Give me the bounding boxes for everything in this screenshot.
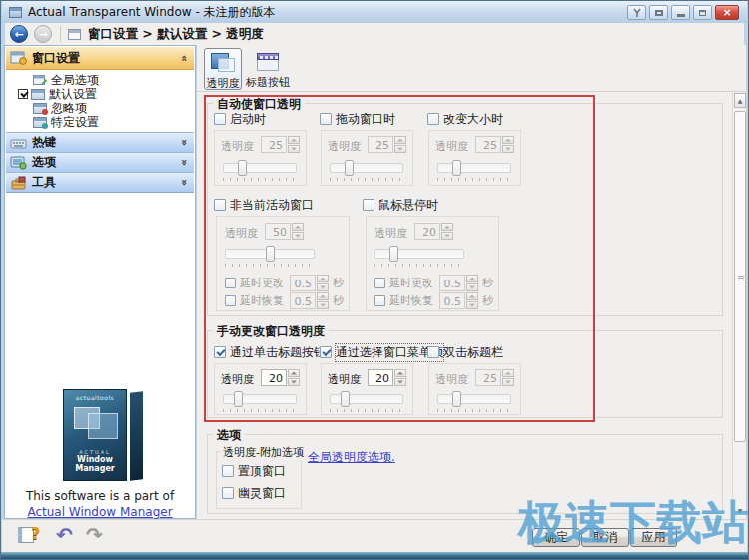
spinner-value[interactable]: 0.5 — [290, 292, 316, 309]
back-button[interactable]: ← — [10, 25, 28, 43]
spinner-down-icon[interactable] — [441, 232, 453, 240]
checkbox[interactable] — [214, 113, 226, 125]
spinner-value[interactable]: 25 — [261, 136, 287, 153]
checkbox[interactable] — [427, 113, 439, 125]
delay-restore-row[interactable]: 延时恢复 0.5 秒 — [374, 292, 493, 309]
sidebar-group-tools[interactable]: 工具 » — [6, 172, 194, 193]
minimize-button[interactable] — [671, 5, 690, 20]
slider-thumb[interactable] — [266, 246, 275, 262]
checkbox[interactable] — [222, 465, 234, 477]
spinner-up-icon[interactable] — [502, 136, 514, 144]
spinner-up-icon[interactable] — [502, 369, 514, 377]
checkbox[interactable] — [225, 295, 236, 306]
opacity-slider[interactable] — [330, 394, 403, 404]
spinner-value[interactable]: 20 — [414, 223, 440, 240]
opacity-slider[interactable] — [223, 394, 297, 404]
tab-transparency[interactable]: 透明度 — [204, 48, 242, 90]
global-transparency-link[interactable]: 全局透明度选项. — [308, 449, 395, 466]
spinner-up-icon[interactable] — [394, 369, 406, 377]
spinner-up-icon[interactable] — [317, 275, 329, 282]
checkbox-window-menu-item[interactable]: 通过选择窗口菜单项 — [320, 345, 443, 359]
sidebar-group-options[interactable]: 选项 » — [6, 152, 194, 173]
vertical-scrollbar[interactable]: ▲ ▼ — [732, 93, 746, 519]
scroll-down-button[interactable]: ▼ — [734, 504, 746, 518]
tree-item-specific-settings[interactable]: 特定设置 — [5, 115, 195, 129]
undo-button[interactable]: ↶ — [56, 523, 73, 547]
scroll-up-button[interactable]: ▲ — [734, 93, 746, 108]
spinner-value[interactable]: 50 — [265, 223, 291, 240]
spinner-up-icon[interactable] — [292, 223, 304, 231]
opacity-slider[interactable] — [223, 163, 297, 173]
slider-thumb[interactable] — [345, 160, 354, 176]
slider-thumb[interactable] — [234, 391, 243, 407]
spinner-down-icon[interactable] — [502, 145, 514, 153]
spinner-up-icon[interactable] — [466, 275, 478, 282]
spinner-up-icon[interactable] — [288, 369, 300, 377]
slider-thumb[interactable] — [452, 160, 461, 176]
close-button[interactable]: × — [715, 5, 739, 20]
spinner-down-icon[interactable] — [502, 378, 514, 386]
tree-item-default-settings[interactable]: 默认设置 — [5, 87, 195, 101]
cancel-button[interactable]: 取消 — [581, 528, 629, 547]
maximize-button[interactable] — [649, 5, 668, 20]
sidebar-group-window-settings[interactable]: 窗口设置 « — [6, 47, 194, 70]
restore-button[interactable] — [693, 5, 712, 20]
checkbox[interactable] — [222, 487, 234, 499]
scrollbar-thumb[interactable] — [734, 111, 746, 442]
tree-item-ignore-items[interactable]: 忽略项 — [5, 101, 195, 115]
pin-button[interactable] — [627, 5, 646, 20]
checkbox-topmost-window[interactable]: 置顶窗口 — [222, 464, 286, 478]
spinner-down-icon[interactable] — [292, 232, 304, 240]
slider-thumb[interactable] — [238, 160, 247, 176]
checkbox-doubleclick-titlebar[interactable]: 双击标题栏 — [427, 345, 503, 359]
opacity-slider[interactable] — [330, 163, 403, 173]
opacity-slider[interactable] — [437, 394, 511, 404]
spinner-up-icon[interactable] — [394, 136, 406, 144]
spinner-value[interactable]: 25 — [475, 136, 501, 153]
spinner-up-icon[interactable] — [288, 136, 300, 144]
spinner-down-icon[interactable] — [288, 378, 300, 386]
slider-thumb[interactable] — [452, 391, 461, 407]
checkbox[interactable] — [225, 278, 236, 288]
spinner-value[interactable]: 25 — [475, 369, 501, 386]
delay-restore-row[interactable]: 延时恢复 0.5 秒 — [225, 292, 344, 309]
checkbox[interactable] — [374, 295, 385, 306]
slider-thumb[interactable] — [341, 391, 350, 407]
spinner-value[interactable]: 0.5 — [439, 275, 465, 291]
checkbox-checked[interactable] — [320, 346, 332, 358]
checkbox[interactable] — [427, 346, 439, 358]
tab-title-buttons[interactable]: 标题按钮 — [245, 48, 291, 90]
spinner-down-icon[interactable] — [394, 145, 406, 153]
tree-item-global-options[interactable]: 全局选项 — [5, 73, 195, 87]
slider-thumb[interactable] — [389, 246, 398, 262]
spinner-down-icon[interactable] — [317, 301, 329, 309]
checkbox[interactable] — [374, 278, 385, 288]
tree-checkbox-checked[interactable] — [18, 89, 28, 99]
help-button[interactable]: ? — [18, 525, 40, 545]
spinner-down-icon[interactable] — [317, 283, 329, 291]
spinner-up-icon[interactable] — [466, 292, 478, 300]
spinner-value[interactable]: 25 — [368, 136, 393, 153]
checkbox-on-startup[interactable]: 启动时 — [214, 112, 266, 126]
apply-button[interactable]: 应用 — [630, 528, 677, 547]
ok-button[interactable]: 确定 — [532, 528, 580, 547]
checkbox-on-drag[interactable]: 拖动窗口时 — [320, 112, 395, 126]
checkbox[interactable] — [320, 113, 332, 125]
checkbox-ghost-window[interactable]: 幽灵窗口 — [222, 486, 286, 500]
checkbox-on-resize[interactable]: 改变大小时 — [427, 112, 503, 126]
redo-button[interactable]: ↷ — [86, 523, 103, 547]
opacity-slider[interactable] — [374, 249, 464, 259]
checkbox-click-title-button[interactable]: 通过单击标题按钮 — [214, 345, 326, 359]
checkbox[interactable] — [363, 199, 374, 211]
delay-change-row[interactable]: 延时更改 0.5 秒 — [374, 275, 493, 291]
spinner-down-icon[interactable] — [288, 145, 300, 153]
spinner-down-icon[interactable] — [466, 301, 478, 309]
checkbox-mouse-hover[interactable]: 鼠标悬停时 — [363, 198, 438, 212]
opacity-slider[interactable] — [437, 163, 511, 173]
spinner-down-icon[interactable] — [394, 378, 406, 386]
checkbox-inactive-window[interactable]: 非当前活动窗口 — [214, 198, 314, 212]
checkbox-checked[interactable] — [214, 346, 226, 358]
spinner-up-icon[interactable] — [441, 223, 453, 231]
spinner-value[interactable]: 20 — [261, 369, 287, 386]
spinner-value[interactable]: 0.5 — [439, 292, 465, 309]
